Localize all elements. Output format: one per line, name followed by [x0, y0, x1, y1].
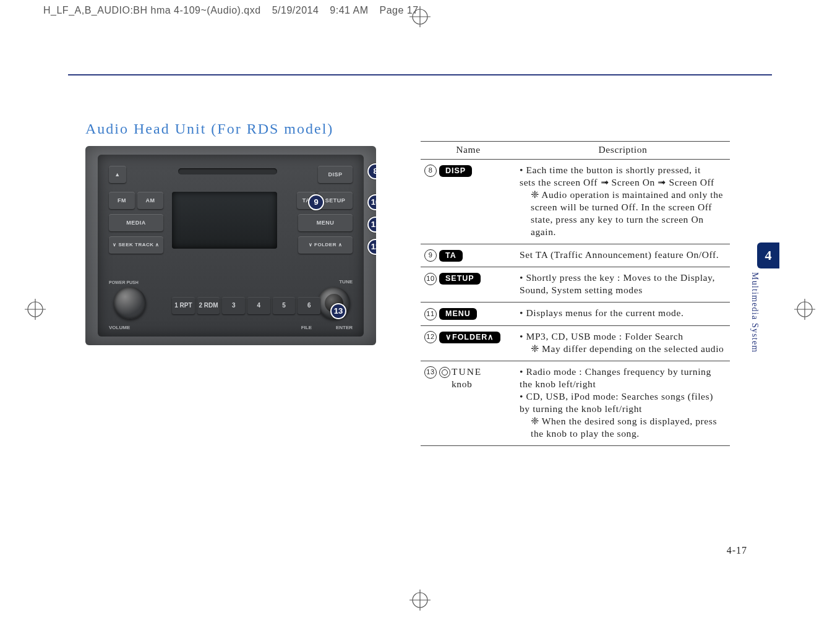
desc-line: the knob to play the song. — [520, 428, 726, 439]
desc-line: by turning the knob left/right — [520, 403, 726, 414]
desc-line: state, press any key to turn the screen … — [520, 214, 726, 225]
callout-12: 12 — [369, 240, 376, 254]
callout-10: 10 — [369, 195, 376, 209]
row-number-icon: 11 — [424, 308, 437, 320]
row-description: • Each time the button is shortly presse… — [516, 160, 730, 244]
crop-mark-bottom — [409, 590, 431, 611]
fm-button: FM — [109, 192, 135, 209]
eject-button: ▲ — [109, 166, 126, 183]
row-description: • Displays menus for the current mode. — [516, 303, 730, 325]
preset-5: 5 — [273, 297, 296, 314]
button-chip: SETUP — [439, 273, 481, 285]
seek-track-button: ∨ SEEK TRACK ∧ — [109, 236, 163, 254]
volume-label: VOLUME — [109, 325, 130, 330]
desc-line: again. — [520, 226, 726, 238]
row-name: 13TUNEknob — [421, 361, 516, 445]
knob-icon — [439, 367, 450, 378]
preset-6: 6 — [298, 297, 320, 314]
preset-buttons: 1 RPT 2 RDM 3 4 5 6 — [172, 297, 320, 314]
row-description: Set TA (Traffic Announcement) feature On… — [516, 244, 730, 267]
button-chip: ∨FOLDER∧ — [439, 332, 500, 343]
desc-line: • Radio mode : Changes frequency by turn… — [520, 366, 726, 377]
table-row: 11MENU• Displays menus for the current m… — [421, 303, 730, 325]
cd-slot — [178, 168, 277, 174]
row-number-icon: 13 — [424, 366, 437, 379]
chapter-tab: 4 — [757, 242, 779, 268]
callout-13: 13 — [332, 304, 345, 318]
seek-label: SEEK TRACK — [118, 242, 153, 247]
page: H_LF_A,B_AUDIO:BH hma 4-109~(Audio).qxd … — [0, 0, 840, 618]
desc-line: ❈ May differ depending on the selected a… — [520, 343, 726, 354]
file-label: FILE — [301, 325, 312, 330]
desc-line: • MP3, CD, USB mode : Folder Search — [520, 331, 726, 342]
row-description: • Radio mode : Changes frequency by turn… — [516, 361, 730, 445]
control-description-table: Name Description 8DISP• Each time the bu… — [421, 141, 730, 446]
radio-head-unit-figure: ▲ FM AM MEDIA ∨ SEEK TRACK ∧ DISP TA SET… — [85, 146, 376, 345]
button-chip: MENU — [439, 308, 477, 320]
col-desc-header: Description — [516, 142, 730, 160]
desc-line: • CD, USB, iPod mode: Searches songs (fi… — [520, 391, 726, 402]
chapter-label: Multimedia System — [750, 272, 761, 353]
callout-11: 11 — [369, 218, 376, 231]
meta-date: 5/19/2014 — [272, 5, 319, 16]
preset-2: 2 RDM — [197, 297, 220, 314]
row-name: 12∨FOLDER∧ — [421, 325, 516, 361]
callout-9: 9 — [309, 195, 323, 209]
meta-file: H_LF_A,B_AUDIO:BH hma 4-109~(Audio).qxd — [43, 5, 261, 16]
power-label: POWER PUSH — [109, 280, 139, 285]
table-row: 9TASet TA (Traffic Announcement) feature… — [421, 244, 730, 267]
preset-3: 3 — [222, 297, 245, 314]
desc-line: ❈ When the desired song is displayed, pr… — [520, 416, 726, 427]
preset-4: 4 — [247, 297, 270, 314]
row-number-icon: 9 — [424, 249, 437, 262]
print-meta: H_LF_A,B_AUDIO:BH hma 4-109~(Audio).qxd … — [43, 5, 419, 16]
radio-screen — [172, 192, 277, 249]
button-chip: TA — [439, 250, 463, 262]
desc-line: Sound, System setting modes — [520, 285, 726, 296]
row-name: 9TA — [421, 244, 516, 267]
row-name: 11MENU — [421, 303, 516, 325]
col-name-header: Name — [421, 142, 516, 160]
knob-sublabel: knob — [452, 379, 472, 389]
setup-button: SETUP — [318, 192, 353, 209]
crop-mark-left — [25, 299, 46, 320]
menu-button: MENU — [298, 214, 353, 231]
disp-button: DISP — [318, 166, 353, 183]
enter-label: ENTER — [336, 325, 353, 330]
radio-panel: ▲ FM AM MEDIA ∨ SEEK TRACK ∧ DISP TA SET… — [98, 155, 364, 337]
desc-line: screen will be turned Off. In the screen… — [520, 202, 726, 213]
button-chip: DISP — [439, 165, 472, 177]
callout-8: 8 — [369, 165, 376, 178]
row-description: • MP3, CD, USB mode : Folder Search❈ May… — [516, 325, 730, 361]
knob-label: TUNE — [452, 366, 482, 377]
crop-mark-top — [409, 6, 431, 27]
desc-line: sets the screen Off ➟ Screen On ➟ Screen… — [520, 177, 726, 188]
table-row: 13TUNEknob• Radio mode : Changes frequen… — [421, 361, 730, 445]
media-button: MEDIA — [109, 214, 163, 231]
row-number-icon: 12 — [424, 331, 437, 343]
volume-knob — [114, 287, 146, 319]
header-rule — [68, 74, 772, 75]
row-name: 8DISP — [421, 160, 516, 244]
meta-time: 9:41 AM — [330, 5, 368, 16]
row-number-icon: 8 — [424, 165, 437, 177]
crop-mark-right — [794, 299, 815, 320]
desc-line: • Displays menus for the current mode. — [520, 307, 726, 319]
desc-line: Set TA (Traffic Announcement) feature On… — [520, 249, 726, 260]
row-name: 10SETUP — [421, 267, 516, 303]
desc-line: • Shortly press the key : Moves to the D… — [520, 272, 726, 283]
tune-label: TUNE — [339, 279, 353, 285]
preset-1: 1 RPT — [172, 297, 195, 314]
desc-line: ❈ Audio operation is maintained and only… — [520, 189, 726, 200]
table-row: 8DISP• Each time the button is shortly p… — [421, 160, 730, 244]
am-button: AM — [137, 192, 163, 209]
page-title: Audio Head Unit (For RDS model) — [85, 121, 333, 137]
page-number: 4-17 — [727, 545, 747, 556]
row-number-icon: 10 — [424, 273, 437, 285]
table-row: 12∨FOLDER∧• MP3, CD, USB mode : Folder S… — [421, 325, 730, 361]
row-description: • Shortly press the key : Moves to the D… — [516, 267, 730, 303]
folder-button: ∨ FOLDER ∧ — [298, 236, 353, 254]
desc-line: • Each time the button is shortly presse… — [520, 165, 726, 176]
desc-line: the knob left/right — [520, 379, 726, 390]
table-row: 10SETUP• Shortly press the key : Moves t… — [421, 267, 730, 303]
